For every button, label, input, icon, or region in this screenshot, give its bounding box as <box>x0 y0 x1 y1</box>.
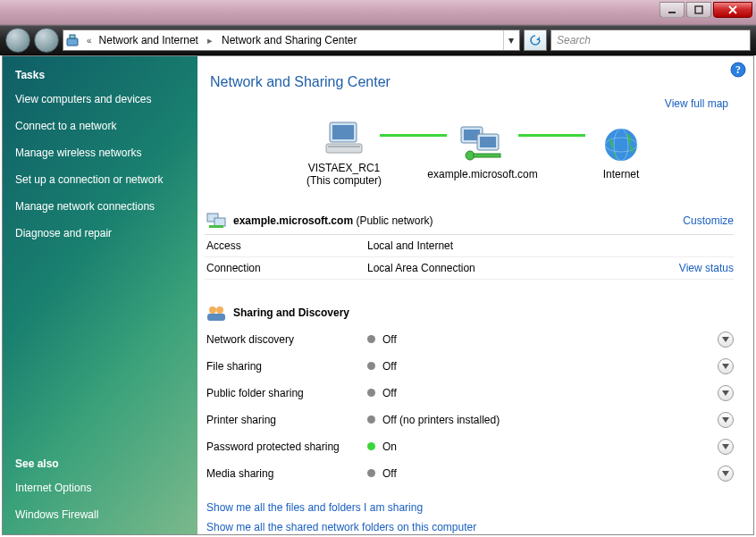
search-input[interactable]: Search <box>550 29 751 51</box>
globe-icon <box>600 125 643 164</box>
node-this-computer[interactable]: VISTAEX_RC1(This computer) <box>281 119 407 188</box>
sharing-row-value: Off <box>382 387 718 399</box>
connection-value: Local Area Connection <box>367 262 679 274</box>
sidebar-item-manage-wireless[interactable]: Manage wireless networks <box>15 144 185 162</box>
sidebar: Tasks View computers and devices Connect… <box>3 56 197 534</box>
svg-rect-7 <box>332 125 354 139</box>
close-button[interactable] <box>713 2 752 18</box>
network-section-header: example.microsoft.com (Public network) C… <box>205 207 734 235</box>
tasks-heading: Tasks <box>15 67 185 81</box>
svg-point-23 <box>216 306 223 314</box>
sharing-row: Network discoveryOff <box>205 326 734 353</box>
sidebar-item-view-computers[interactable]: View computers and devices <box>15 90 185 108</box>
network-name: example.microsoft.com (Public network) <box>233 214 433 227</box>
sharing-row-value: Off <box>382 360 718 373</box>
sharing-row: File sharingOff <box>205 353 734 380</box>
sidebar-item-manage-connections[interactable]: Manage network connections <box>15 197 185 215</box>
breadcrumb-chevron[interactable]: « <box>85 36 94 46</box>
titlebar <box>0 0 756 25</box>
sharing-row: Public folder sharingOff <box>205 380 734 407</box>
expand-button[interactable] <box>718 331 734 348</box>
breadcrumb-segment[interactable]: Network and Sharing Center <box>222 34 357 46</box>
sharing-row-label: Network discovery <box>206 333 367 346</box>
main-panel: ? Network and Sharing Center View full m… <box>197 56 753 534</box>
network-small-icon <box>205 211 228 231</box>
access-row: Access Local and Internet <box>205 235 734 257</box>
view-status-link[interactable]: View status <box>679 262 734 274</box>
svg-point-16 <box>605 129 637 161</box>
refresh-button[interactable] <box>524 29 547 51</box>
svg-rect-13 <box>480 137 496 147</box>
status-dot-icon <box>367 469 375 477</box>
sharing-row-value: Off <box>382 467 718 480</box>
view-full-map-link[interactable]: View full map <box>665 97 728 110</box>
sidebar-item-connect-network[interactable]: Connect to a network <box>15 117 185 135</box>
sharing-row-label: Public folder sharing <box>206 387 367 399</box>
access-value: Local and Internet <box>367 239 734 252</box>
content: Tasks View computers and devices Connect… <box>2 55 754 535</box>
sidebar-item-setup-connection[interactable]: Set up a connection or network <box>15 171 185 189</box>
sidebar-item-diagnose[interactable]: Diagnose and repair <box>15 224 185 242</box>
forward-button[interactable] <box>34 28 59 53</box>
svg-rect-21 <box>209 225 223 228</box>
show-files-link[interactable]: Show me all the files and folders I am s… <box>206 501 734 514</box>
status-dot-icon <box>367 389 375 397</box>
address-dropdown[interactable]: ▾ <box>503 30 517 50</box>
people-icon <box>205 303 228 323</box>
window: « Network and Internet ▸ Network and Sha… <box>0 0 756 537</box>
address-bar[interactable]: « Network and Internet ▸ Network and Sha… <box>63 29 520 51</box>
expand-button[interactable] <box>718 385 734 401</box>
sharing-section-header: Sharing and Discovery <box>205 299 734 326</box>
breadcrumb-segment[interactable]: Network and Internet <box>99 34 198 46</box>
svg-rect-24 <box>207 314 225 321</box>
node-label: VISTAEX_RC1 <box>308 162 380 174</box>
network-map: View full map VISTAEX_RC1(This computer) <box>205 103 734 193</box>
sidebar-item-internet-options[interactable]: Internet Options <box>15 479 185 497</box>
see-also-heading: See also <box>15 456 185 470</box>
minimize-button[interactable] <box>659 2 685 18</box>
connection-line <box>518 134 585 137</box>
svg-text:?: ? <box>735 63 741 76</box>
show-folders-link[interactable]: Show me all the shared network folders o… <box>206 521 734 533</box>
sharing-heading: Sharing and Discovery <box>233 306 349 319</box>
sharing-row-label: Printer sharing <box>206 414 367 426</box>
sharing-row: Password protected sharingOn <box>205 433 734 460</box>
connection-line <box>380 134 447 137</box>
customize-link[interactable]: Customize <box>683 214 734 227</box>
network-icon <box>458 125 508 164</box>
sharing-row-value: Off <box>382 333 718 346</box>
connection-row: Connection Local Area Connection View st… <box>205 257 734 280</box>
back-button[interactable] <box>5 28 30 53</box>
control-panel-icon <box>65 33 80 47</box>
svg-rect-2 <box>67 38 78 46</box>
expand-button[interactable] <box>718 412 734 428</box>
svg-rect-0 <box>668 12 676 13</box>
sharing-row-value: Off (no printers installed) <box>382 414 718 426</box>
sidebar-item-windows-firewall[interactable]: Windows Firewall <box>15 506 185 524</box>
page-title: Network and Sharing Center <box>205 69 734 96</box>
sharing-row: Media sharingOff <box>205 460 734 487</box>
breadcrumb-separator: ▸ <box>204 35 216 46</box>
expand-button[interactable] <box>718 358 734 374</box>
connection-label: Connection <box>206 262 367 274</box>
search-placeholder: Search <box>557 34 591 46</box>
maximize-button[interactable] <box>686 2 711 18</box>
svg-rect-15 <box>474 154 500 157</box>
help-icon[interactable]: ? <box>730 62 746 78</box>
svg-rect-9 <box>328 146 360 147</box>
status-dot-icon <box>367 442 375 450</box>
svg-point-22 <box>209 306 216 314</box>
access-label: Access <box>206 239 367 252</box>
svg-rect-3 <box>70 35 75 38</box>
sharing-row-value: On <box>382 441 718 453</box>
node-sublabel: (This computer) <box>307 174 382 187</box>
node-label: example.microsoft.com <box>427 168 537 180</box>
bottom-links: Show me all the files and folders I am s… <box>205 501 734 533</box>
sharing-row: Printer sharingOff (no printers installe… <box>205 407 734 433</box>
expand-button[interactable] <box>718 466 734 482</box>
node-label: Internet <box>603 168 640 180</box>
status-dot-icon <box>367 335 375 343</box>
expand-button[interactable] <box>718 439 734 455</box>
computer-icon <box>323 119 365 158</box>
sharing-row-label: File sharing <box>206 360 367 373</box>
